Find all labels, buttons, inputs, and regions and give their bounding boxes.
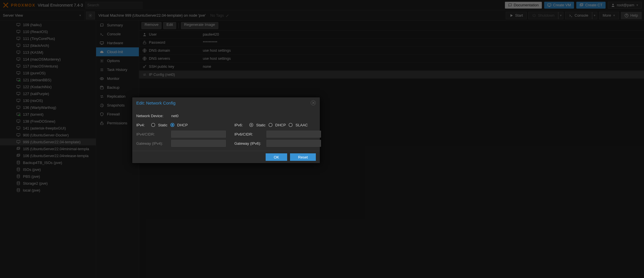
grid-row[interactable]: Password********** xyxy=(139,38,644,47)
tree-item[interactable]: Backup4TB_ISOs (pve) xyxy=(0,159,96,166)
remove-button[interactable]: Remove xyxy=(141,22,162,29)
brand-text: PROXMOX xyxy=(11,3,36,7)
grid-key-label: Password xyxy=(149,40,165,45)
grid-value: ********** xyxy=(203,40,643,45)
tree-item[interactable]: 999 (UbuntuServer22.04-template) xyxy=(0,138,96,145)
modal-close-button[interactable]: ✕ xyxy=(311,100,316,105)
grid-key-label: DNS servers xyxy=(149,56,170,61)
nav-item-task-history[interactable]: Task History xyxy=(96,65,139,74)
grid-row[interactable]: DNS domainuse host settings xyxy=(139,47,644,55)
tree-item[interactable]: 136 (WartyWarthog) xyxy=(0,104,96,111)
tree-item[interactable]: ISOs (pve) xyxy=(0,166,96,173)
console-button[interactable]: Console xyxy=(565,12,592,19)
tree-item[interactable]: 137 (torrent) xyxy=(0,111,96,118)
tree-item-label: 105 (UbuntuServer22.04minimal-templa xyxy=(23,147,89,151)
reset-button[interactable]: Reset xyxy=(290,153,316,161)
create-ct-button[interactable]: Create CT xyxy=(576,2,606,9)
tree-item[interactable]: 122 (KodachiNix) xyxy=(0,83,96,90)
nav-item-console[interactable]: Console xyxy=(96,30,139,38)
tree-item[interactable]: 141 (asterisk-freepbxGUI) xyxy=(0,125,96,132)
tree-item[interactable]: 114 (macOSMonterey) xyxy=(0,56,96,63)
tree-item-label: 138 (FreeDOSnew) xyxy=(23,119,55,123)
pencil-icon xyxy=(225,13,229,18)
grid-row[interactable]: Userpaulie420 xyxy=(139,30,644,38)
ok-button[interactable]: OK xyxy=(266,153,287,161)
tree-item[interactable]: 127 (kaliPurple) xyxy=(0,90,96,97)
tree-item[interactable]: 121 (debianBBS) xyxy=(0,76,96,83)
disks-icon xyxy=(16,188,21,192)
history-icon xyxy=(100,103,104,107)
tree-item[interactable]: Storage2 (pve) xyxy=(0,180,96,187)
more-button[interactable]: More ▼ xyxy=(599,12,619,19)
ipv4-cidr-row: IPv4/CIDR: xyxy=(136,130,226,139)
tree-item[interactable]: 112 (blackArch) xyxy=(0,42,96,49)
grid-value: none xyxy=(203,64,643,69)
nav-item-monitor[interactable]: Monitor xyxy=(96,74,139,83)
help-button[interactable]: Help xyxy=(621,12,642,19)
search-input[interactable] xyxy=(85,2,143,9)
shutdown-button[interactable]: Shutdown xyxy=(528,12,558,19)
gear-icon xyxy=(100,59,104,63)
ipv4-static-radio[interactable] xyxy=(151,123,155,127)
tree-item[interactable]: 113 (KASM) xyxy=(0,49,96,56)
tree-item[interactable]: 138 (FreeDOSnew) xyxy=(0,118,96,125)
ipv6-gateway-input[interactable] xyxy=(266,140,321,147)
nav-item-cloud-init[interactable]: Cloud-Init xyxy=(96,47,139,56)
ipv6-cidr-input[interactable] xyxy=(266,131,321,138)
monitor-icon xyxy=(16,50,21,54)
edit-button[interactable]: Edit xyxy=(163,22,176,29)
grid-row[interactable]: IP Config (net0) xyxy=(139,71,644,79)
no-tags[interactable]: No Tags xyxy=(210,13,229,18)
tree-item[interactable]: 118 (pureOS) xyxy=(0,70,96,76)
nav-item-label: Snapshots xyxy=(107,103,124,107)
regenerate-image-button[interactable]: Regenerate Image xyxy=(181,22,218,29)
resource-tree[interactable]: 109 (haiku)110 (ReactOS)111 (TinyCorePlu… xyxy=(0,21,96,278)
tree-item[interactable]: PBS (pve) xyxy=(0,173,96,180)
ipv4-cidr-input[interactable] xyxy=(171,131,226,138)
nav-item-options[interactable]: Options xyxy=(96,56,139,65)
ipv4-gateway-input[interactable] xyxy=(171,140,226,147)
documentation-button[interactable]: Documentation xyxy=(505,2,542,9)
tree-item[interactable]: 109 (haiku) xyxy=(0,21,96,28)
grid-key-label: SSH public key xyxy=(149,64,174,69)
tree-item[interactable]: 117 (macOSVentura) xyxy=(0,63,96,70)
grid-key-label: DNS domain xyxy=(149,48,170,53)
grid-value: use host settings xyxy=(203,56,643,61)
modal-footer: OK Reset xyxy=(132,151,320,163)
user-menu-button[interactable]: root@pam ▼ xyxy=(608,2,642,9)
nav-item-summary[interactable]: Summary xyxy=(96,21,139,30)
server-view-selector[interactable]: Server View ▼ xyxy=(0,10,85,20)
tree-item[interactable]: 130 (nixOS) xyxy=(0,97,96,104)
grid-row[interactable]: SSH public keynone xyxy=(139,63,644,71)
ipv6-static-radio[interactable] xyxy=(249,123,253,127)
ipv4-gateway-label: Gateway (IPv4): xyxy=(136,141,168,146)
tree-settings-button[interactable] xyxy=(86,11,95,20)
tree-item-label: ISOs (pve) xyxy=(23,167,41,172)
help-label: Help xyxy=(630,13,638,18)
grid-row[interactable]: DNS serversuse host settings xyxy=(139,55,644,63)
tree-item[interactable]: 900 (UbuntuServer-Docker) xyxy=(0,132,96,138)
nav-item-hardware[interactable]: Hardware xyxy=(96,38,139,47)
shutdown-dropdown[interactable]: ▼ xyxy=(558,12,563,19)
ipv6-slaac-radio[interactable] xyxy=(289,123,293,127)
monitor-icon xyxy=(16,105,21,109)
chevron-down-icon: ▼ xyxy=(79,14,81,17)
tree-item-label: 900 (UbuntuServer-Docker) xyxy=(23,133,69,137)
tree-item[interactable]: 105 (UbuntuServer22.04minimal-templa xyxy=(0,145,96,152)
tree-item-label: 999 (UbuntuServer22.04-template) xyxy=(23,140,81,144)
nav-item-backup[interactable]: Backup xyxy=(96,83,139,92)
create-vm-button[interactable]: Create VM xyxy=(544,2,574,9)
tree-item[interactable]: 111 (TinyCorePlus) xyxy=(0,35,96,42)
ipv4-dhcp-radio[interactable] xyxy=(170,123,174,127)
logo[interactable]: PROXMOX xyxy=(2,2,36,9)
start-button[interactable]: Start xyxy=(506,12,527,19)
monitor-icon xyxy=(16,133,21,137)
modal-body: Network Device: net0 IPv4: Static DHCP I… xyxy=(132,108,320,151)
tree-item[interactable]: 106 (UbuntuServer22.04release-templa xyxy=(0,152,96,159)
tree-item[interactable]: local (pve) xyxy=(0,187,96,194)
ipv6-dhcp-radio[interactable] xyxy=(269,123,273,127)
console-dropdown[interactable]: ▼ xyxy=(592,12,597,19)
book-icon xyxy=(508,3,512,7)
tree-item[interactable]: 110 (ReactOS) xyxy=(0,28,96,35)
env-version: Virtual Environment 7.4-3 xyxy=(38,3,83,7)
